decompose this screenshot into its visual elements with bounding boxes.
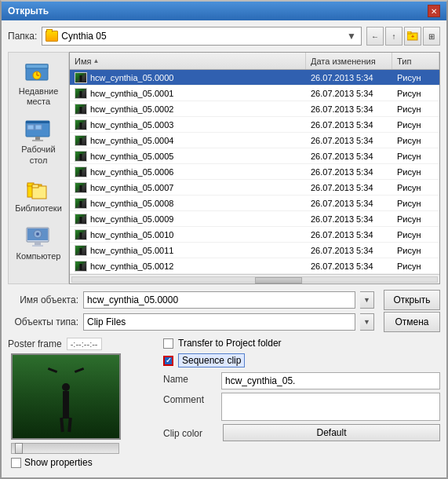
file-row[interactable]: hcw_cynthia_05.000826.07.2013 5:34Рисун	[70, 196, 439, 211]
open-dialog: Открыть ✕ Папка: Cynthia 05 ▼ ← ↑ +	[0, 0, 448, 479]
file-row[interactable]: hcw_cynthia_05.001126.07.2013 5:34Рисун	[70, 243, 439, 258]
svg-rect-4	[26, 64, 48, 68]
file-date-cell: 26.07.2013 5:34	[306, 229, 392, 241]
filetype-input[interactable]	[83, 313, 355, 331]
file-date-cell: 26.07.2013 5:34	[306, 87, 392, 100]
poster-time: -:--:--:--	[67, 338, 102, 350]
svg-text:+: +	[411, 34, 414, 39]
file-row[interactable]: hcw_cynthia_05.000526.07.2013 5:34Рисун	[70, 148, 439, 164]
folder-label: Папка:	[8, 31, 37, 42]
sequence-checkbox[interactable]: ✓	[163, 356, 173, 366]
sidebar-libraries-label: Библиотеки	[15, 203, 62, 214]
file-thumb	[75, 135, 87, 146]
sidebar-item-recent[interactable]: Недавние места	[10, 56, 67, 112]
file-row[interactable]: hcw_cynthia_05.000626.07.2013 5:34Рисун	[70, 164, 439, 180]
sidebar-item-desktop[interactable]: Рабочий стол	[10, 114, 67, 170]
cancel-button[interactable]: Отмена	[384, 312, 440, 332]
libraries-icon	[24, 178, 53, 202]
lower-section: Poster frame -:--:--:--	[8, 338, 440, 471]
properties-grid: Name Comment Clip color Default	[163, 372, 440, 441]
file-thumb	[75, 119, 87, 130]
file-date-cell: 26.07.2013 5:34	[306, 260, 392, 272]
transfer-option-row: Transfer to Project folder	[163, 338, 440, 349]
folder-dropdown-btn[interactable]: ▼	[345, 31, 358, 42]
filename-dropdown-btn[interactable]: ▼	[360, 291, 374, 309]
file-type-cell: Рисун	[392, 119, 439, 131]
close-button[interactable]: ✕	[428, 5, 440, 17]
svg-rect-20	[35, 242, 41, 245]
file-row[interactable]: hcw_cynthia_05.001226.07.2013 5:34Рисун	[70, 258, 439, 274]
filetype-row: Объекты типа: ▼ Отмена	[8, 313, 440, 331]
file-name-cell: hcw_cynthia_05.0012	[70, 259, 306, 273]
show-properties-checkbox[interactable]	[11, 458, 21, 468]
folder-path-container: Cynthia 05 ▼	[42, 27, 362, 46]
sort-arrow-name: ▲	[93, 57, 99, 64]
file-thumb	[75, 72, 87, 83]
file-row[interactable]: hcw_cynthia_05.000926.07.2013 5:34Рисун	[70, 211, 439, 227]
file-name-cell: hcw_cynthia_05.0004	[70, 133, 306, 148]
file-name-cell: hcw_cynthia_05.0005	[70, 149, 306, 163]
file-row[interactable]: hcw_cynthia_05.000326.07.2013 5:34Рисун	[70, 117, 439, 133]
poster-section: Poster frame -:--:--:--	[8, 338, 157, 471]
computer-icon	[24, 226, 53, 250]
col-header-type[interactable]: Тип	[392, 53, 439, 69]
poster-legs	[60, 416, 71, 432]
file-name-cell: hcw_cynthia_05.0010	[70, 228, 306, 242]
filename-label: Имя объекта:	[8, 294, 78, 305]
file-type-cell: Рисун	[392, 150, 439, 163]
poster-frame-label: Poster frame -:--:--:--	[8, 338, 157, 350]
transfer-checkbox[interactable]	[163, 338, 173, 349]
file-name-cell: hcw_cynthia_05.0000	[70, 71, 306, 85]
file-row[interactable]: hcw_cynthia_05.000126.07.2013 5:34Рисун	[70, 86, 439, 101]
sidebar-item-computer[interactable]: Компьютер	[10, 221, 67, 267]
file-date-cell: 26.07.2013 5:34	[306, 244, 392, 257]
sequence-label: Sequence clip	[178, 353, 245, 367]
file-thumb	[75, 261, 87, 272]
new-folder-button[interactable]: +	[404, 27, 421, 46]
comment-prop-input[interactable]	[221, 393, 440, 421]
file-thumb	[75, 166, 87, 177]
file-date-cell: 26.07.2013 5:34	[306, 134, 392, 147]
file-date-cell: 26.07.2013 5:34	[306, 103, 392, 115]
file-row[interactable]: hcw_cynthia_05.000226.07.2013 5:34Рисун	[70, 101, 439, 117]
sidebar-item-libraries[interactable]: Библиотеки	[10, 173, 67, 219]
svg-rect-9	[26, 121, 49, 123]
clip-color-button[interactable]: Default	[223, 424, 440, 441]
col-header-name[interactable]: Имя ▲	[70, 53, 306, 69]
sidebar-computer-label: Компьютер	[16, 251, 61, 261]
file-row[interactable]: hcw_cynthia_05.000026.07.2013 5:34Рисун	[70, 70, 439, 86]
file-row[interactable]: hcw_cynthia_05.000426.07.2013 5:34Рисун	[70, 133, 439, 148]
svg-rect-21	[32, 245, 43, 247]
name-prop-label: Name	[163, 372, 218, 385]
file-row[interactable]: hcw_cynthia_05.000726.07.2013 5:34Рисун	[70, 180, 439, 196]
horizontal-scrollbar[interactable]	[70, 274, 439, 283]
right-options: Transfer to Project folder ✓ Sequence cl…	[157, 338, 440, 471]
open-button[interactable]: Открыть	[384, 290, 440, 310]
svg-rect-11	[32, 140, 43, 141]
comment-prop-label: Comment	[163, 393, 218, 405]
nav-buttons: ← ↑ + ⊞	[366, 27, 440, 46]
file-type-cell: Рисун	[392, 181, 439, 194]
name-prop-input[interactable]	[221, 372, 440, 389]
file-row[interactable]: hcw_cynthia_05.001026.07.2013 5:34Рисун	[70, 227, 439, 243]
poster-slider[interactable]	[11, 443, 119, 454]
file-name-cell: hcw_cynthia_05.0007	[70, 181, 306, 195]
file-thumb	[75, 229, 87, 240]
file-type-cell: Рисун	[392, 134, 439, 147]
svg-point-23	[36, 232, 39, 236]
file-type-cell: Рисун	[392, 166, 439, 178]
file-name-cell: hcw_cynthia_05.0002	[70, 102, 306, 116]
filetype-dropdown-btn[interactable]: ▼	[360, 313, 374, 331]
back-button[interactable]: ←	[366, 27, 384, 46]
poster-slider-thumb[interactable]	[15, 443, 23, 454]
filename-input[interactable]	[83, 291, 355, 309]
title-bar: Открыть ✕	[2, 2, 446, 20]
file-type-cell: Рисун	[392, 229, 439, 241]
file-list[interactable]: hcw_cynthia_05.000026.07.2013 5:34Рисунh…	[70, 70, 439, 274]
up-button[interactable]: ↑	[385, 27, 402, 46]
transfer-label: Transfer to Project folder	[178, 338, 282, 349]
file-type-cell: Рисун	[392, 213, 439, 225]
col-header-date[interactable]: Дата изменения	[306, 53, 392, 69]
file-thumb	[75, 151, 87, 162]
view-menu-button[interactable]: ⊞	[423, 27, 440, 46]
